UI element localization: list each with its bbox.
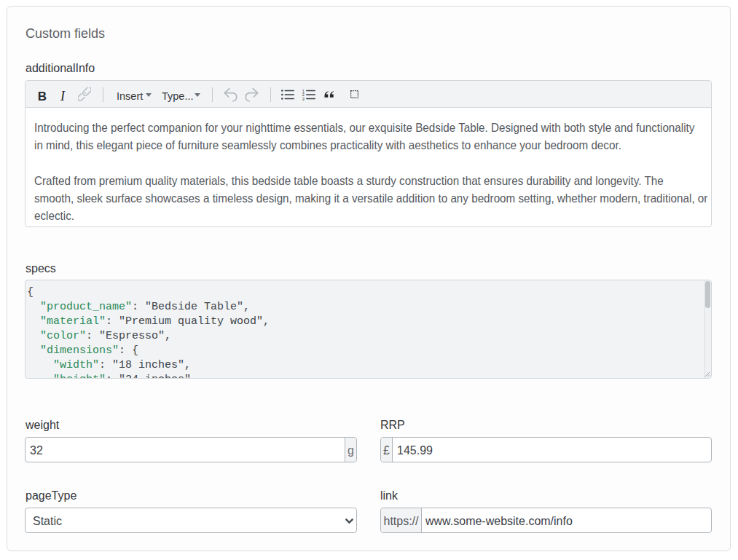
svg-text:3: 3 <box>302 96 304 100</box>
